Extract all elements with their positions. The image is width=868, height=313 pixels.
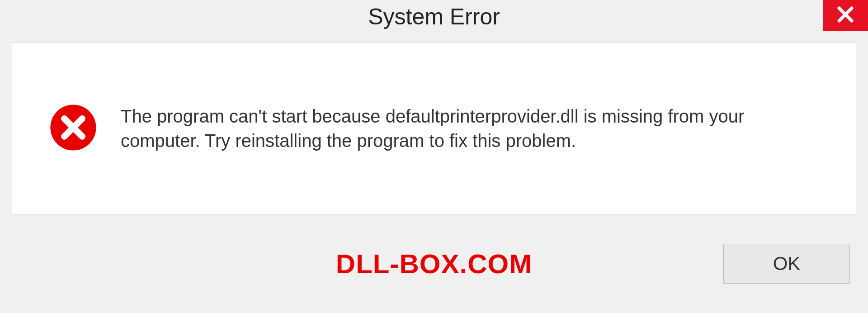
message-panel: The program can't start because defaultp…: [12, 43, 856, 214]
error-icon: [48, 103, 98, 154]
close-button[interactable]: [823, 0, 868, 31]
error-message: The program can't start because defaultp…: [121, 104, 799, 153]
dialog-footer: DLL-BOX.COM OK: [0, 214, 868, 313]
ok-button[interactable]: OK: [723, 244, 850, 284]
dialog-title: System Error: [368, 4, 500, 30]
watermark-text: DLL-BOX.COM: [336, 248, 532, 280]
error-dialog: System Error The program can't start bec…: [0, 0, 868, 313]
close-icon: [836, 5, 855, 26]
titlebar: System Error: [0, 0, 868, 33]
